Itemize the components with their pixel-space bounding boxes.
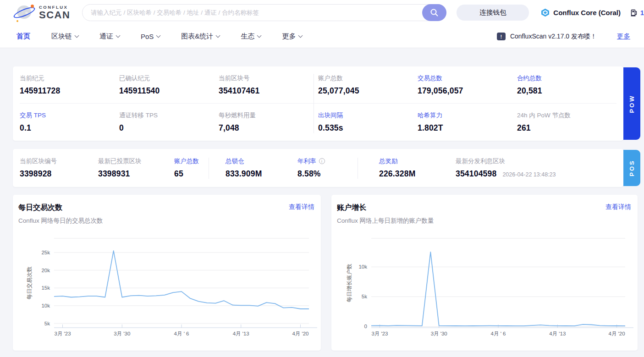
view-details-link[interactable]: 查看详情 <box>289 203 314 211</box>
x-tick-label: 4月 ' 6 <box>491 331 506 336</box>
nav-item-label: 首页 <box>17 32 30 41</box>
pos-vertical-divider <box>209 158 209 179</box>
stat-label[interactable]: 哈希算力 <box>418 111 517 120</box>
x-tick-label: 3月 '23 <box>371 331 388 336</box>
nav-item-label: 通证 <box>99 32 113 41</box>
announcement-icon: ! <box>497 33 506 40</box>
announcement-more-link[interactable]: 更多 <box>617 32 630 41</box>
stat-label[interactable]: 账户总数 <box>174 157 209 165</box>
nav-item-label: PoS <box>141 33 154 40</box>
header: CONFLUX SCAN 连接钱包 Conflux Core (Coral) 1 <box>0 0 644 25</box>
gas-price[interactable]: 1 Gdrip <box>631 9 644 16</box>
stat-label[interactable]: 总锁仓 <box>226 157 297 165</box>
x-tick-label: 4月 '13 <box>233 331 249 336</box>
stat-value: 7,048 <box>219 123 318 133</box>
chart-subtitle: Conflux 网络上每日新增的账户数量 <box>337 217 434 225</box>
account-growth-card: 账户增长 Conflux 网络上每日新增的账户数量 查看详情 05k10k3月 … <box>331 195 638 351</box>
search-button[interactable] <box>422 4 446 21</box>
chevron-down-icon <box>116 33 121 38</box>
pos-stat-cell: 最新已投票区块3398931 <box>98 157 174 179</box>
logo-text: CONFLUX SCAN <box>39 5 70 20</box>
connect-wallet-button[interactable]: 连接钱包 <box>457 5 529 21</box>
y-tick-label: 5k <box>362 294 367 299</box>
main-nav: 首页区块链通证PoS图表&统计生态更多 ! ConfluxScan v2.17.… <box>0 25 644 48</box>
stat-cell: 24h 内 PoW 节点数261 <box>517 111 616 141</box>
stat-label[interactable]: 出块间隔 <box>318 111 418 120</box>
stat-label[interactable]: 交易 TPS <box>20 111 119 120</box>
stat-value: 20,581 <box>517 86 616 96</box>
stat-label: 已确认纪元 <box>119 74 219 82</box>
pos-stat-cell: 最新分发利息区块3541045982026-04-22 13:48:23 <box>456 157 556 179</box>
stat-cell: 每秒燃料用量7,048 <box>219 111 318 141</box>
nav-item-label: 更多 <box>282 32 296 41</box>
x-tick-label: 4月 '20 <box>608 331 625 336</box>
stat-value: 3398931 <box>98 169 130 178</box>
stat-cell: 已确认纪元145911540 <box>119 74 219 103</box>
stat-label[interactable]: 交易总数 <box>418 74 517 82</box>
y-tick-label: 15k <box>41 285 50 291</box>
nav-item-4[interactable]: 图表&统计 <box>181 32 220 41</box>
x-tick-label: 3月 '30 <box>431 331 447 336</box>
pos-stat-cell: 总奖励226.328M <box>379 157 456 179</box>
stat-label: 最新已投票区块 <box>98 157 174 165</box>
pos-tab[interactable]: POS <box>623 150 640 186</box>
stat-cell: 合约总数20,581 <box>517 74 616 103</box>
network-name: Conflux Core (Coral) <box>553 9 621 16</box>
account-growth-chart[interactable]: 05k10k3月 '233月 '304月 ' 64月 '134月 '20每日增长… <box>331 231 638 341</box>
data-line-series <box>371 252 625 326</box>
stat-label[interactable]: 总奖励 <box>379 157 456 165</box>
stat-cell: 通证转移 TPS0 <box>119 111 219 141</box>
stat-cell: 出块间隔0.535s <box>318 111 418 141</box>
nav-item-label: 区块链 <box>51 32 72 41</box>
logo-text-bottom: SCAN <box>39 10 70 20</box>
x-tick-label: 4月 '20 <box>292 331 308 336</box>
nav-item-6[interactable]: 更多 <box>282 32 302 41</box>
pos-stat-cell: 总锁仓833.909M <box>226 157 297 179</box>
stat-value: 226.328M <box>379 169 415 178</box>
data-line-series <box>54 251 309 309</box>
announcement-text[interactable]: ConfluxScan v2.17.0 发布喽！ <box>510 33 597 41</box>
chevron-down-icon <box>298 33 303 38</box>
pos-stat-cell: 年利率i8.58% <box>297 157 358 179</box>
nav-item-3[interactable]: PoS <box>141 33 160 40</box>
pow-vertical-divider <box>314 74 314 133</box>
stat-cell: 当前纪元145911728 <box>20 74 119 103</box>
search-input[interactable] <box>82 4 446 21</box>
gas-value: 1 <box>640 9 644 16</box>
confluxscan-logo[interactable]: CONFLUX SCAN <box>14 3 70 22</box>
stat-value: 145911728 <box>20 86 119 96</box>
stat-label[interactable]: 年利率i <box>297 157 358 165</box>
stat-label: 当前区块号 <box>219 74 318 82</box>
stat-value: 354107461 <box>219 86 318 96</box>
stat-label[interactable]: 合约总数 <box>517 74 616 82</box>
nav-item-label: 生态 <box>241 32 254 41</box>
stat-value: 3398928 <box>20 169 52 178</box>
nav-item-5[interactable]: 生态 <box>241 32 261 41</box>
stat-cell: 交易总数179,056,057 <box>418 74 517 103</box>
chevron-down-icon <box>75 33 79 38</box>
x-tick-label: 3月 '30 <box>114 331 130 336</box>
daily-transactions-chart[interactable]: 5k10k15k20k25k3月 '233月 '304月 ' 64月 '134月… <box>13 231 321 341</box>
stat-value: 25,077,045 <box>318 86 418 96</box>
view-details-link[interactable]: 查看详情 <box>605 203 631 211</box>
stat-label: 最新分发利息区块 <box>456 157 556 165</box>
stat-cell: 交易 TPS0.1 <box>20 111 119 141</box>
stat-value: 145911540 <box>119 86 219 96</box>
nav-item-1[interactable]: 区块链 <box>51 32 78 41</box>
nav-item-0[interactable]: 首页 <box>17 32 30 41</box>
nav-item-2[interactable]: 通证 <box>99 32 120 41</box>
pow-tab[interactable]: POW <box>623 67 640 140</box>
stat-label: 24h 内 PoW 节点数 <box>517 111 616 120</box>
info-icon[interactable]: i <box>319 158 325 164</box>
stat-cell: 账户总数25,077,045 <box>318 74 418 103</box>
pow-stat-row-1: 交易 TPS0.1通证转移 TPS0每秒燃料用量7,048出块间隔0.535s哈… <box>20 104 616 141</box>
stat-value: 8.58% <box>297 169 321 178</box>
pos-stat-cell: 当前区块编号3398928 <box>20 157 98 179</box>
chart-title: 账户增长 <box>337 203 434 213</box>
stat-value: 65 <box>174 169 183 178</box>
network-selector[interactable]: Conflux Core (Coral) <box>541 8 621 17</box>
stat-value: 0 <box>119 123 219 133</box>
timestamp: 2026-04-22 13:48:23 <box>502 171 556 178</box>
stat-label: 每秒燃料用量 <box>219 111 318 120</box>
conflux-network-icon <box>541 8 550 17</box>
